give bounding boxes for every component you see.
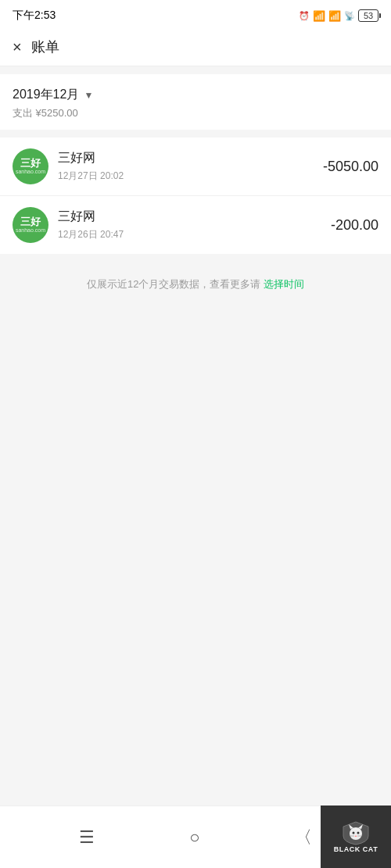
transaction-amount: -5050.00 [323, 159, 378, 175]
month-section: 2019年12月 ▼ 支出 ¥5250.00 [0, 74, 391, 130]
transaction-date: 12月27日 20:02 [58, 170, 323, 183]
svg-point-4 [357, 832, 360, 834]
blackcat-icon [340, 820, 371, 845]
menu-button[interactable]: ☰ [79, 827, 95, 848]
select-time-link[interactable]: 选择时间 [264, 278, 304, 290]
logo-text-bottom: sanhao.com [16, 227, 45, 234]
merchant-logo: 三好 sanhao.com [13, 148, 48, 184]
bottom-navigation: ☰ ○ 〈 BLACK CAT [0, 805, 391, 868]
logo-text-bottom: sanhao.com [16, 169, 45, 175]
merchant-name: 三好网 [58, 209, 331, 225]
transaction-info: 三好网 12月27日 20:02 [58, 150, 323, 183]
expense-summary: 支出 ¥5250.00 [13, 106, 378, 120]
blackcat-watermark: BLACK CAT [321, 805, 391, 868]
merchant-logo: 三好 sanhao.com [13, 207, 48, 243]
merchant-name: 三好网 [58, 150, 323, 166]
transaction-info: 三好网 12月26日 20:47 [58, 209, 331, 241]
chevron-down-icon: ▼ [84, 90, 93, 101]
logo-text-top: 三好 [20, 158, 41, 169]
back-button[interactable]: 〈 [295, 826, 312, 849]
table-row[interactable]: 三好 sanhao.com 三好网 12月26日 20:47 -200.00 [0, 196, 391, 254]
page-title: 账单 [31, 38, 59, 56]
wifi-icon: 📡 [344, 11, 355, 21]
transaction-amount: -200.00 [331, 217, 378, 234]
logo-text-top: 三好 [20, 216, 41, 227]
month-label: 2019年12月 [13, 87, 79, 103]
close-button[interactable]: × [13, 39, 22, 55]
alarm-icon: ⏰ [299, 11, 310, 21]
svg-point-3 [353, 832, 355, 834]
status-time: 下午2:53 [13, 9, 56, 23]
status-icons: ⏰ 📶 📶 📡 53 [299, 9, 378, 22]
table-row[interactable]: 三好 sanhao.com 三好网 12月27日 20:02 -5050.00 [0, 138, 391, 196]
svg-point-0 [350, 827, 362, 840]
footer-note: 仅展示近12个月交易数据，查看更多请 选择时间 [0, 254, 391, 315]
signal-icon-1: 📶 [313, 10, 325, 22]
blackcat-label: BLACK CAT [334, 845, 378, 853]
home-button[interactable]: ○ [189, 827, 199, 848]
header: × 账单 [0, 28, 391, 66]
battery-indicator: 53 [358, 9, 378, 22]
signal-icon-2: 📶 [328, 10, 341, 22]
transaction-date: 12月26日 20:47 [58, 228, 331, 241]
status-bar: 下午2:53 ⏰ 📶 📶 📡 53 [0, 0, 391, 28]
month-selector[interactable]: 2019年12月 ▼ [13, 87, 378, 103]
transaction-list: 三好 sanhao.com 三好网 12月27日 20:02 -5050.00 … [0, 138, 391, 254]
